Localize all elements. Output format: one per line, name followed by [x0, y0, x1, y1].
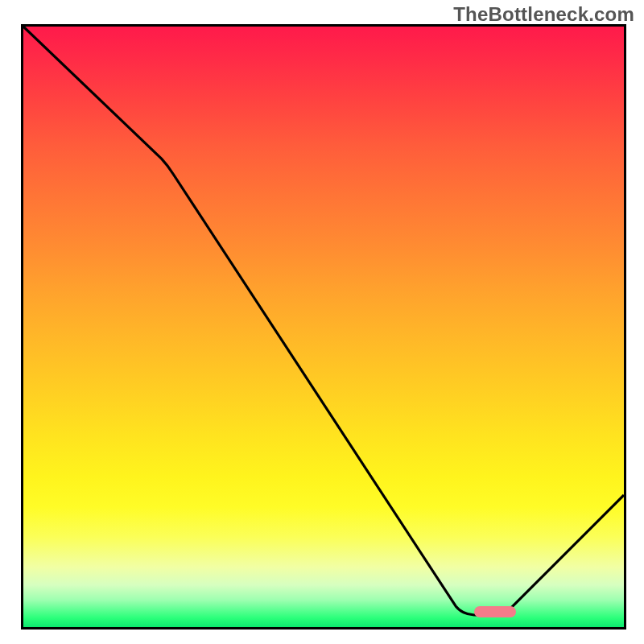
- watermark-text: TheBottleneck.com: [453, 3, 634, 26]
- bottleneck-curve: [23, 27, 624, 627]
- chart-container: TheBottleneck.com: [0, 0, 644, 644]
- optimal-marker: [474, 606, 516, 617]
- plot-area: [21, 24, 626, 630]
